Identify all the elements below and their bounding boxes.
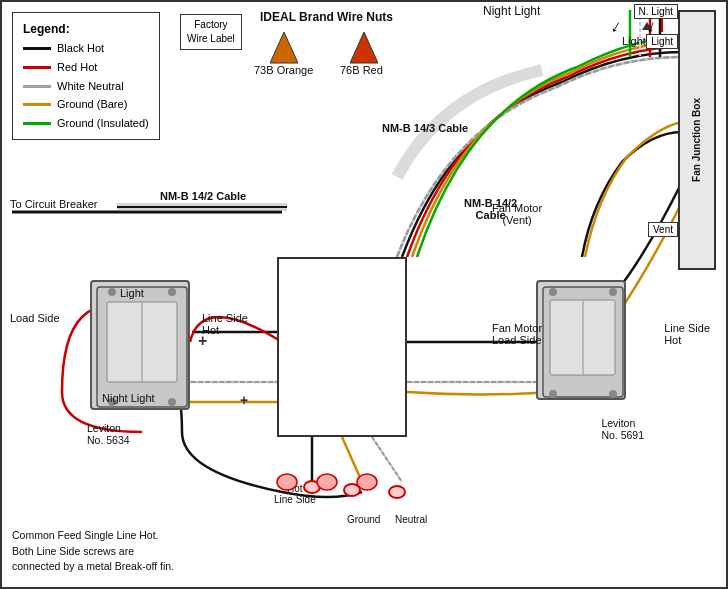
nut-76b-label: 76B Red xyxy=(340,64,383,76)
bottom-text: Common Feed Single Line Hot. Both Line S… xyxy=(12,528,174,575)
light-top-label: Light xyxy=(622,35,646,47)
night-light-left-label: Night Light xyxy=(102,392,155,404)
svg-point-37 xyxy=(357,474,377,490)
ground-insulated-line xyxy=(23,122,51,125)
factory-wire-label: FactoryWire Label xyxy=(180,14,242,50)
legend-ground-bare-label: Ground (Bare) xyxy=(57,95,127,114)
ground-bare-line xyxy=(23,103,51,106)
light-left-label: Light xyxy=(120,287,144,299)
legend-ground-insulated: Ground (Insulated) xyxy=(23,114,149,133)
cable-142-top-label: NM-B 14/2 Cable xyxy=(160,190,246,202)
svg-marker-19 xyxy=(270,32,298,63)
legend-red-hot-label: Red Hot xyxy=(57,58,97,77)
white-neutral-line xyxy=(23,85,51,88)
svg-point-25 xyxy=(168,288,176,296)
svg-point-34 xyxy=(609,390,617,398)
red-hot-line xyxy=(23,66,51,69)
bottom-text-line2: Both Line Side screws are xyxy=(12,544,174,560)
bottom-text-line1: Common Feed Single Line Hot. xyxy=(12,528,174,544)
line-side-hot-left-label: Line SideHot xyxy=(202,312,248,336)
legend-black-hot-label: Black Hot xyxy=(57,39,104,58)
svg-point-24 xyxy=(108,288,116,296)
legend-ground-insulated-label: Ground (Insulated) xyxy=(57,114,149,133)
svg-point-33 xyxy=(549,390,557,398)
center-junction-box xyxy=(277,257,407,437)
fan-motor-vent-label: Fan Motor(Vent) xyxy=(492,202,542,226)
legend-black-hot: Black Hot xyxy=(23,39,149,58)
cable-143-label: NM-B 14/3 Cable xyxy=(382,122,468,134)
junction-box: Fan Junction Box xyxy=(678,10,716,270)
legend-title: Legend: xyxy=(23,19,149,39)
svg-point-35 xyxy=(277,474,297,490)
svg-point-27 xyxy=(168,398,176,406)
vent-box: Vent xyxy=(648,222,678,237)
fan-motor-load-side-label: Fan MotorLoad Side xyxy=(492,322,542,346)
svg-point-32 xyxy=(609,288,617,296)
legend-white-neutral: White Neutral xyxy=(23,77,149,96)
svg-marker-20 xyxy=(350,32,378,63)
legend-ground-bare: Ground (Bare) xyxy=(23,95,149,114)
connector-symbol: + xyxy=(240,392,248,408)
legend-box: Legend: Black Hot Red Hot White Neutral … xyxy=(12,12,160,140)
right-switch xyxy=(536,280,626,400)
bottom-text-line3: connected by a metal Break-off fin. xyxy=(12,559,174,575)
svg-point-36 xyxy=(317,474,337,490)
factory-label-text: FactoryWire Label xyxy=(187,18,235,46)
leviton-left-label: LevitonNo. 5634 xyxy=(87,422,130,446)
junction-box-label: Fan Junction Box xyxy=(691,98,703,182)
ideal-brand-label: IDEAL Brand Wire Nuts xyxy=(260,10,393,24)
legend-red-hot: Red Hot xyxy=(23,58,149,77)
line-side-hot-right-label: Line SideHot xyxy=(664,322,710,346)
svg-point-31 xyxy=(549,288,557,296)
left-switch xyxy=(90,280,190,410)
plus-sign-left: + xyxy=(198,332,207,350)
leviton-right-label: LevitonNo. 5691 xyxy=(601,417,644,441)
legend-white-neutral-label: White Neutral xyxy=(57,77,124,96)
load-side-left-label: Load Side xyxy=(10,312,60,324)
diagram-container: Legend: Black Hot Red Hot White Neutral … xyxy=(0,0,728,589)
night-light-top-label: Night Light xyxy=(483,4,540,18)
ground-label: Ground xyxy=(347,514,380,525)
circuit-breaker-label: To Circuit Breaker xyxy=(10,198,97,210)
neutral-label: Neutral xyxy=(395,514,427,525)
black-hot-line xyxy=(23,47,51,50)
nut-73b-label: 73B Orange xyxy=(254,64,313,76)
wire-connectors xyxy=(267,467,427,497)
